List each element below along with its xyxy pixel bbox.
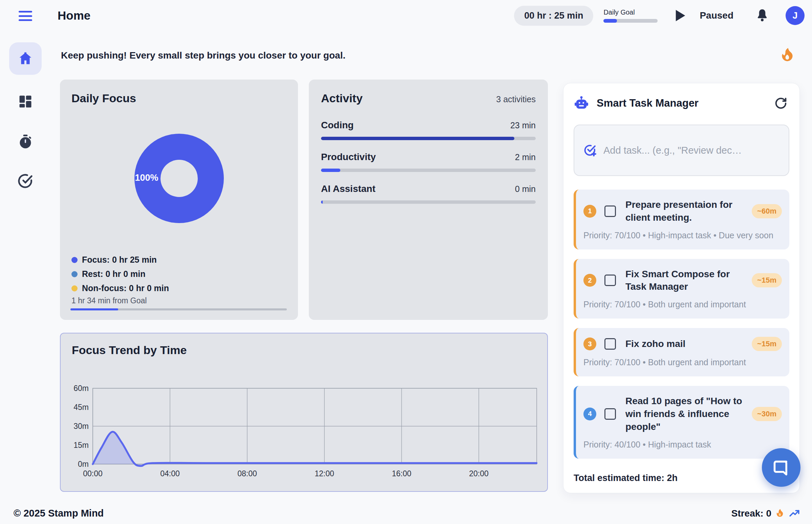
legend-item-focus: Focus: 0 hr 25 min bbox=[71, 255, 169, 265]
timer-status-label: Paused bbox=[700, 10, 733, 21]
svg-text:16:00: 16:00 bbox=[392, 469, 411, 478]
svg-text:04:00: 04:00 bbox=[160, 469, 180, 478]
sidebar-item-tasks[interactable] bbox=[18, 173, 33, 189]
activity-progress bbox=[321, 200, 536, 204]
streak-widget: Streak: 0 bbox=[731, 508, 800, 519]
task-rank-badge: 4 bbox=[583, 408, 596, 421]
task-time-badge: ~15m bbox=[752, 273, 782, 288]
svg-text:30m: 30m bbox=[74, 422, 89, 430]
sidebar-item-dashboard[interactable] bbox=[18, 94, 33, 109]
notifications-bell-icon[interactable] bbox=[756, 9, 769, 22]
play-icon[interactable] bbox=[675, 10, 686, 22]
donut-percent-label: 100% bbox=[135, 173, 158, 183]
check-circle-icon bbox=[18, 173, 33, 188]
chat-bubble-icon bbox=[773, 459, 790, 476]
svg-text:0m: 0m bbox=[78, 460, 89, 469]
sidebar bbox=[9, 42, 42, 189]
sidebar-item-timer[interactable] bbox=[18, 134, 33, 149]
task-rank-badge: 3 bbox=[583, 338, 596, 350]
avatar[interactable]: J bbox=[785, 6, 805, 25]
svg-text:12:00: 12:00 bbox=[314, 469, 334, 478]
legend-label: Rest: 0 hr 0 min bbox=[82, 269, 146, 279]
robot-icon bbox=[574, 96, 589, 111]
add-task-box bbox=[574, 125, 789, 176]
task-item-2[interactable]: 2 Fix Smart Compose for Task Manager ~15… bbox=[574, 259, 789, 319]
task-checkbox[interactable] bbox=[604, 338, 616, 350]
svg-text:60m: 60m bbox=[74, 384, 89, 393]
activity-row-coding: Coding 23 min bbox=[321, 120, 536, 140]
daily-focus-legend: Focus: 0 hr 25 min Rest: 0 hr 0 min Non-… bbox=[71, 255, 169, 293]
svg-text:08:00: 08:00 bbox=[237, 469, 257, 478]
trending-up-icon[interactable] bbox=[788, 508, 800, 519]
task-description: Priority: 70/100 • Both urgent and impor… bbox=[583, 298, 782, 310]
refresh-icon[interactable] bbox=[775, 97, 787, 110]
task-rank-badge: 1 bbox=[583, 205, 596, 218]
task-title: Read 10 pages of "How to win friends & i… bbox=[626, 395, 747, 433]
home-icon bbox=[18, 51, 33, 66]
task-time-badge: ~30m bbox=[752, 407, 782, 421]
total-estimated-time: Total estimated time: 2h bbox=[574, 473, 789, 484]
task-item-1[interactable]: 1 Prepare presentaion for client meeting… bbox=[574, 190, 789, 249]
streak-flame-icon bbox=[776, 508, 784, 519]
task-checkbox[interactable] bbox=[604, 408, 616, 420]
svg-text:20:00: 20:00 bbox=[469, 469, 489, 478]
activity-label: Coding bbox=[321, 120, 354, 131]
session-timer[interactable]: 00 hr : 25 min bbox=[514, 6, 593, 26]
copyright: © 2025 Stamp Mind bbox=[14, 508, 103, 519]
legend-item-rest: Rest: 0 hr 0 min bbox=[71, 269, 169, 279]
task-rank-badge: 2 bbox=[583, 274, 596, 287]
focus-trend-card: Focus Trend by Time 0m15m30m45m60m00:000… bbox=[60, 333, 548, 492]
activity-value: 2 min bbox=[515, 152, 536, 162]
activity-label: Productivity bbox=[321, 152, 376, 163]
task-title: Fix zoho mail bbox=[626, 338, 747, 350]
dashboard-icon bbox=[18, 95, 33, 109]
legend-item-nonfocus: Non-focus: 0 hr 0 min bbox=[71, 283, 169, 293]
nonfocus-dot bbox=[71, 285, 78, 292]
task-description: Priority: 40/100 • High-impact task bbox=[583, 439, 782, 451]
svg-text:00:00: 00:00 bbox=[83, 469, 102, 478]
svg-text:45m: 45m bbox=[74, 403, 89, 412]
chat-fab-button[interactable] bbox=[762, 448, 800, 487]
task-description: Priority: 70/100 • Both urgent and impor… bbox=[583, 357, 782, 368]
task-checkbox[interactable] bbox=[604, 275, 616, 286]
daily-goal-progress-fill bbox=[603, 19, 617, 23]
task-item-4[interactable]: 4 Read 10 pages of "How to win friends &… bbox=[574, 386, 789, 458]
hamburger-menu-icon[interactable] bbox=[19, 11, 32, 21]
motivation-banner: Keep pushing! Every small step brings yo… bbox=[61, 50, 801, 69]
activity-progress bbox=[321, 168, 536, 172]
activity-progress-fill bbox=[321, 200, 323, 204]
activity-progress bbox=[321, 137, 536, 140]
legend-label: Focus: 0 hr 25 min bbox=[82, 255, 157, 265]
legend-label: Non-focus: 0 hr 0 min bbox=[82, 283, 169, 293]
daily-focus-card: Daily Focus 100% Focus: 0 hr 25 min Rest… bbox=[60, 80, 298, 320]
daily-goal-widget: Daily Goal bbox=[603, 9, 658, 23]
task-time-badge: ~60m bbox=[752, 204, 782, 218]
topbar-right-group: 00 hr : 25 min Daily Goal Paused J bbox=[514, 5, 805, 27]
goal-distance-note: 1 hr 34 min from Goal bbox=[71, 296, 147, 305]
streak-label: Streak: 0 bbox=[731, 508, 772, 519]
panel-title: Smart Task Manager bbox=[597, 97, 775, 109]
add-task-check-icon bbox=[583, 144, 597, 157]
activity-row-productivity: Productivity 2 min bbox=[321, 152, 536, 172]
activity-count: 3 activities bbox=[496, 95, 536, 104]
task-title: Fix Smart Compose for Task Manager bbox=[626, 268, 747, 294]
sidebar-item-home[interactable] bbox=[9, 42, 42, 75]
daily-goal-label: Daily Goal bbox=[603, 9, 658, 16]
activity-value: 0 min bbox=[515, 184, 536, 194]
task-checkbox[interactable] bbox=[604, 206, 616, 217]
task-title: Prepare presentaion for client meeting. bbox=[626, 198, 747, 224]
goal-progress-fill bbox=[70, 308, 118, 310]
activity-card: Activity 3 activities Coding 23 min Prod… bbox=[309, 80, 548, 320]
add-task-input[interactable] bbox=[603, 145, 780, 156]
task-item-3[interactable]: 3 Fix zoho mail ~15m Priority: 70/100 • … bbox=[574, 328, 789, 376]
activity-row-ai-assistant: AI Assistant 0 min bbox=[321, 183, 536, 204]
task-description: Priority: 70/100 • High-impact task • Du… bbox=[583, 229, 782, 241]
focus-dot bbox=[71, 257, 78, 263]
activity-label: AI Assistant bbox=[321, 183, 375, 194]
flame-icon bbox=[780, 47, 795, 64]
svg-text:15m: 15m bbox=[74, 441, 89, 449]
activity-value: 23 min bbox=[510, 120, 536, 130]
top-bar: Home 00 hr : 25 min Daily Goal Paused J bbox=[0, 0, 812, 31]
daily-goal-progress bbox=[603, 19, 657, 23]
page-title: Home bbox=[58, 9, 91, 22]
